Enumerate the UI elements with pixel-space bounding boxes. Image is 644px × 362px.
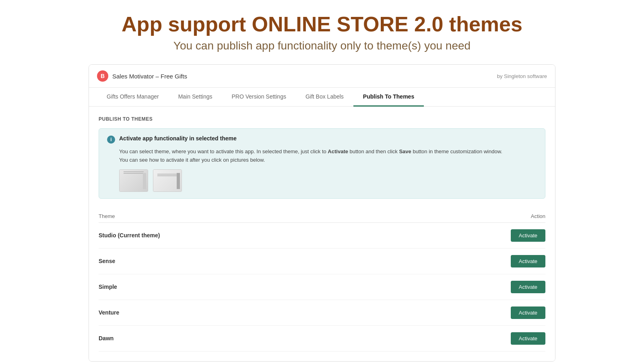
app-header: B Sales Motivator – Free Gifts by Single… (89, 65, 555, 88)
info-box-title: Activate app functionality in selected t… (119, 135, 237, 142)
info-box-description: You can select theme, where you want to … (119, 148, 537, 165)
app-logo-icon: B (97, 70, 108, 82)
info-icon: i (107, 136, 115, 144)
app-by-text: by Singleton software (497, 73, 547, 79)
tab-publish-to-themes[interactable]: Publish To Themes (353, 88, 424, 107)
tab-main-settings[interactable]: Main Settings (169, 88, 222, 107)
theme-name: Studio (Current theme) (99, 222, 384, 248)
section-label: PUBLISH TO THEMES (99, 116, 545, 122)
thumbnail-row (119, 169, 537, 192)
thumbnail-1[interactable] (119, 169, 148, 192)
activate-btn-0[interactable]: Activate (511, 229, 545, 242)
nav-tabs: Gifts Offers Manager Main Settings PRO V… (89, 88, 555, 107)
main-content: PUBLISH TO THEMES i Activate app functio… (89, 107, 555, 361)
activate-btn-4[interactable]: Activate (511, 332, 545, 345)
table-row: VentureActivate (99, 300, 545, 325)
col-action: Action (384, 210, 545, 223)
table-row: DawnActivate (99, 325, 545, 351)
tab-gifts-offers-manager[interactable]: Gifts Offers Manager (97, 88, 169, 107)
app-container: B Sales Motivator – Free Gifts by Single… (89, 64, 555, 362)
theme-name: Venture (99, 300, 384, 325)
tab-pro-version-settings[interactable]: PRO Version Settings (222, 88, 296, 107)
hero-section: App support ONLINE STORE 2.0 themes You … (122, 12, 522, 52)
activate-bold: Activate (328, 148, 348, 154)
theme-name: Sense (99, 248, 384, 274)
action-cell: Activate (384, 274, 545, 300)
activate-btn-1[interactable]: Activate (511, 255, 545, 267)
info-box-header: i Activate app functionality in selected… (107, 135, 537, 144)
theme-name: Simple (99, 274, 384, 300)
activate-btn-2[interactable]: Activate (511, 281, 545, 293)
hero-subtitle: You can publish app functionality only t… (122, 39, 522, 52)
app-logo-area: B Sales Motivator – Free Gifts (97, 70, 187, 82)
theme-name: Dawn (99, 325, 384, 351)
action-cell: Activate (384, 325, 545, 351)
action-cell: Activate (384, 300, 545, 325)
table-row: SimpleActivate (99, 274, 545, 300)
info-text-2: button and then click (348, 148, 399, 154)
table-row: SenseActivate (99, 248, 545, 274)
col-theme: Theme (99, 210, 384, 223)
save-bold: Save (399, 148, 411, 154)
action-cell: Activate (384, 248, 545, 274)
info-text-1: You can select theme, where you want to … (119, 148, 328, 154)
tab-gift-box-labels[interactable]: Gift Box Labels (296, 88, 353, 107)
info-text-4: You can see how to activate it after you… (119, 157, 265, 163)
app-name: Sales Motivator – Free Gifts (112, 73, 187, 80)
hero-title: App support ONLINE STORE 2.0 themes (122, 12, 522, 36)
page-wrapper: App support ONLINE STORE 2.0 themes You … (0, 0, 644, 362)
themes-table: Theme Action Studio (Current theme)Activ… (99, 210, 545, 352)
info-text-3: button in theme customization window. (411, 148, 502, 154)
table-row: Studio (Current theme)Activate (99, 222, 545, 248)
thumbnail-2[interactable] (153, 169, 182, 192)
action-cell: Activate (384, 222, 545, 248)
activate-btn-3[interactable]: Activate (511, 306, 545, 319)
info-box: i Activate app functionality in selected… (99, 128, 545, 199)
